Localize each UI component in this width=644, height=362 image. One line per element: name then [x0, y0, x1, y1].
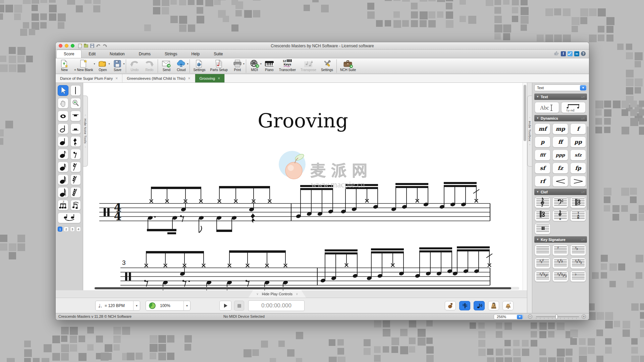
close-tab-icon[interactable]: ×: [188, 76, 191, 81]
dynamic-fz-button[interactable]: fz: [552, 163, 568, 174]
key-signature-6-sharp-button[interactable]: ♯♯♯♯♯♯: [535, 271, 550, 282]
vertical-scroll-thumb[interactable]: [524, 85, 526, 141]
vertical-scrollbar[interactable]: [523, 83, 527, 290]
dynamic-mp-button[interactable]: mp: [552, 123, 568, 134]
chevron-down-icon[interactable]: ▼: [580, 85, 586, 90]
section-header-clef[interactable]: ▼Clef ↓↑: [534, 189, 587, 195]
dial-dropdown-arrow[interactable]: ▼: [183, 301, 190, 310]
toolbar-new-button[interactable]: New: [57, 58, 72, 74]
key-signature-4-sharp-button[interactable]: ♯♯♯♯: [552, 258, 568, 269]
menu-tab-help[interactable]: Help: [184, 50, 207, 58]
close-tab-icon[interactable]: ×: [115, 76, 118, 81]
tool-quarter-rest[interactable]: [70, 136, 81, 147]
dynamic-sf-button[interactable]: sf: [535, 163, 550, 174]
tool-triplet[interactable]: 3: [58, 200, 68, 210]
document-tab[interactable]: Greensleeves (What Child is This)×: [122, 74, 195, 82]
tool-quarter-note[interactable]: [58, 136, 68, 147]
key-signature-3-sharp-button[interactable]: ♯♯♯: [535, 258, 550, 269]
document-tab[interactable]: Dance of the Sugar Plum Fairy×: [56, 74, 122, 82]
tool-grace-notes[interactable]: [70, 200, 81, 210]
tool-sixtyfourth-note[interactable]: [58, 187, 68, 198]
tool-thirtysecond-note[interactable]: [58, 174, 68, 185]
key-signature-7-sharp-button[interactable]: ♯♯♯♯♯♯♯: [552, 271, 568, 282]
toolbar-nch-suite-button[interactable]: NCH Suite: [338, 58, 358, 74]
voice-3-button[interactable]: 3: [70, 227, 75, 232]
dynamic-fp-button[interactable]: fp: [570, 163, 586, 174]
tuner-button[interactable]: [459, 301, 470, 310]
close-window-button[interactable]: [59, 44, 62, 48]
dynamic-ff-button[interactable]: ff: [552, 136, 568, 147]
dropdown-arrow-icon[interactable]: ▾: [243, 62, 245, 65]
open-doc-icon[interactable]: [84, 43, 89, 48]
new-doc-icon[interactable]: [78, 43, 83, 48]
redo-icon[interactable]: [102, 43, 107, 48]
close-tab-icon[interactable]: ×: [218, 76, 220, 81]
treble-clef-button[interactable]: [535, 197, 550, 208]
menu-tab-score[interactable]: Score: [56, 50, 82, 58]
dropdown-arrow-icon[interactable]: ▾: [94, 62, 95, 65]
tempo-control[interactable]: ♩. = 120 BPM ▼: [95, 301, 140, 311]
menu-tab-edit[interactable]: Edit: [82, 50, 103, 58]
minimize-window-button[interactable]: [65, 44, 68, 48]
tempo-dropdown-arrow[interactable]: ▼: [133, 301, 140, 310]
menu-tab-drums[interactable]: Drums: [132, 50, 158, 58]
undo-icon[interactable]: [96, 43, 101, 48]
toolbox-scroll-thumb[interactable]: [587, 126, 589, 210]
hide-toolbox-tab[interactable]: › Hide Toolbox ›: [527, 96, 532, 167]
tool-sixtyfourth-rest[interactable]: [70, 187, 81, 198]
tool-select[interactable]: [58, 85, 68, 96]
lyric-tool-button[interactable]: Ly ric: [561, 102, 586, 113]
dropdown-arrow-icon[interactable]: ▾: [260, 62, 262, 65]
dropdown-arrow-icon[interactable]: ▾: [187, 62, 188, 65]
toolbar-settings-button[interactable]: Settings: [319, 58, 335, 74]
horizontal-scroll-thumb[interactable]: [95, 287, 511, 289]
tab-clef-button[interactable]: TAB: [570, 210, 586, 221]
key-signature-1-sharp-button[interactable]: ♯: [552, 245, 568, 256]
document-tab[interactable]: Grooving×: [195, 74, 225, 82]
crescendo-button[interactable]: [552, 176, 568, 187]
menu-tab-notation[interactable]: Notation: [103, 50, 132, 58]
hide-play-controls-tab[interactable]: ∨ Hide Play Controls ∨: [248, 290, 306, 298]
tool-half-rest[interactable]: [70, 123, 81, 134]
zoom-level-select[interactable]: 256% ▼: [494, 314, 523, 319]
tool-sixteenth-rest[interactable]: [70, 162, 81, 172]
zoom-slider-thumb[interactable]: [555, 314, 558, 319]
tenor-clef-button[interactable]: [535, 210, 550, 221]
toolbar-cloud-button[interactable]: Cloud ▾: [174, 58, 189, 74]
toolbar-settings-button[interactable]: Settings: [191, 58, 208, 74]
toolbar-undo-button[interactable]: Undo: [127, 58, 142, 74]
section-header-key-signature[interactable]: ▼Key Signature ↓↑: [534, 236, 587, 243]
dynamics-dial-control[interactable]: 100% ▼: [146, 301, 191, 311]
menu-tab-suite[interactable]: Suite: [207, 50, 230, 58]
zoom-in-button[interactable]: +: [582, 314, 586, 319]
tool-whole-rest[interactable]: [70, 111, 81, 121]
score-canvas[interactable]: Grooving443 麦派网 www.macpie.cn: [88, 83, 523, 290]
dynamic-rf-button[interactable]: rf: [535, 176, 550, 187]
tool-eighth-rest[interactable]: [70, 149, 81, 160]
tool-half-note[interactable]: [58, 123, 68, 134]
hide-note-tools-tab[interactable]: ‹ Hide Note Tools ‹: [83, 96, 88, 167]
dynamic-p-button[interactable]: p: [535, 136, 550, 147]
tool-whole-note[interactable]: [58, 111, 68, 121]
zoom-dropdown-chevron-icon[interactable]: ▼: [517, 315, 523, 319]
help-icon[interactable]: ?: [581, 51, 586, 56]
twitter-icon[interactable]: [568, 51, 573, 56]
toolbox-category-select[interactable]: Text ▼: [534, 84, 587, 91]
section-move-icons[interactable]: ↓↑: [581, 238, 585, 241]
dynamic-ppp-button[interactable]: ppp: [552, 149, 568, 161]
instrument-button[interactable]: [445, 301, 456, 310]
dynamic-pp-button[interactable]: pp: [570, 136, 586, 147]
treble8-clef-button[interactable]: 8: [552, 210, 568, 221]
toolbar--new-blank-button[interactable]: + New Blank ▾: [72, 58, 95, 74]
like-icon[interactable]: [554, 51, 559, 57]
toolbar-piano-button[interactable]: Piano: [262, 58, 277, 74]
dynamic-sfz-button[interactable]: sfz: [570, 149, 586, 161]
stop-button[interactable]: [234, 301, 244, 311]
zoom-window-button[interactable]: [71, 44, 74, 48]
save-icon[interactable]: [90, 43, 95, 48]
percussion-clef-button[interactable]: [535, 223, 550, 234]
key-signature-2-sharp-button[interactable]: ♯♯: [570, 245, 586, 256]
metronome-button[interactable]: [488, 301, 499, 310]
tool-thirtysecond-rest[interactable]: [70, 174, 81, 185]
voice-1-button[interactable]: 1: [58, 227, 62, 232]
